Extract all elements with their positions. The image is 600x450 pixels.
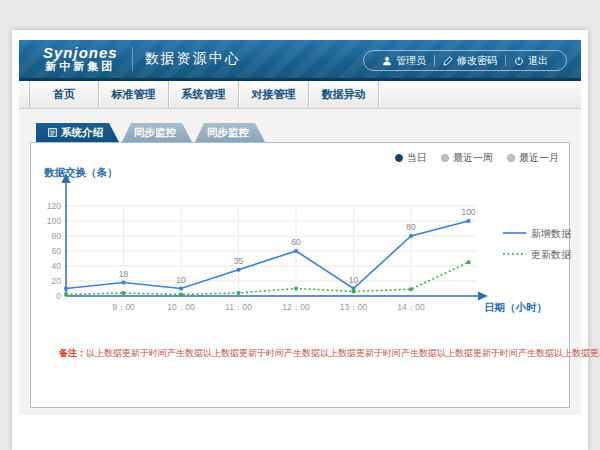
data-point-marker [467, 219, 471, 223]
nav-item-system-management[interactable]: 系统管理 [169, 81, 239, 108]
x-tick-label: 10：00 [167, 302, 195, 312]
data-point-label: 35 [234, 256, 244, 266]
user-icon [382, 56, 392, 66]
logout-label: 退出 [528, 54, 548, 68]
data-point-marker [122, 281, 126, 285]
data-point-marker [467, 260, 471, 264]
logout-button[interactable]: 退出 [506, 54, 556, 68]
tab-bar: 系统介绍 同步监控 同步监控 [36, 123, 265, 142]
x-tick-label: 9：00 [112, 302, 135, 312]
tab-sync-monitor-2[interactable]: 同步监控 [195, 123, 265, 142]
y-tick-label: 0 [56, 291, 61, 301]
data-point-label: 60 [291, 237, 301, 247]
data-point-label: 100 [461, 207, 475, 217]
edit-icon [443, 56, 453, 66]
brand-logo: Synjones 新中新集团 [43, 45, 118, 72]
footnote: 备注：以上数据更新于时间产生数据以上数据更新于时间产生数据以上数据更新于时间产生… [59, 347, 600, 360]
data-point-marker [237, 268, 241, 272]
data-point-marker [294, 287, 298, 291]
data-point-marker [409, 287, 413, 291]
chart-panel: 当日 最近一周 最近一月 9：0010：0011：0012：0013：0014：… [30, 142, 570, 408]
user-toolbar: 管理员 修改密码 退出 [363, 50, 567, 71]
footnote-prefix: 备注： [59, 348, 86, 358]
x-tick-label: 12：00 [282, 302, 310, 312]
document-icon [48, 128, 57, 137]
brand-logo-subtext: 新中新集团 [43, 61, 118, 73]
footnote-text: 以上数据更新于时间产生数据以上数据更新于时间产生数据以上数据更新于时间产生数据以… [86, 348, 600, 358]
header-divider [132, 47, 133, 71]
data-point-marker [237, 291, 241, 295]
x-axis-arrow-icon [478, 292, 488, 301]
tab-system-intro[interactable]: 系统介绍 [36, 123, 119, 142]
user-menu-button[interactable]: 管理员 [374, 54, 434, 68]
user-label: 管理员 [396, 54, 426, 68]
y-tick-label: 120 [47, 201, 61, 211]
data-point-marker [179, 287, 183, 291]
data-point-marker [64, 287, 68, 291]
y-axis-title: 数据交换（条） [43, 166, 118, 179]
brand-logo-text: Synjones [43, 45, 118, 61]
content-area: 系统介绍 同步监控 同步监控 当日 最近一周 [19, 109, 581, 415]
y-tick-label: 60 [52, 246, 62, 256]
x-tick-label: 14：00 [397, 302, 425, 312]
app-header: Synjones 新中新集团 数据资源中心 管理员 [19, 40, 581, 81]
data-point-label: 10 [176, 275, 186, 285]
nav-item-standard-management[interactable]: 标准管理 [99, 81, 169, 108]
data-point-marker [179, 293, 183, 297]
data-point-marker [294, 249, 298, 253]
data-point-marker [409, 234, 413, 238]
tab-sync-monitor-1[interactable]: 同步监控 [122, 123, 192, 142]
tab-label: 系统介绍 [61, 126, 103, 140]
y-tick-label: 100 [47, 216, 61, 226]
data-point-marker [352, 290, 356, 294]
data-point-label: 10 [349, 275, 359, 285]
x-axis-title: 日期（小时） [484, 301, 547, 314]
data-point-marker [122, 291, 126, 295]
tab-label: 同步监控 [207, 126, 249, 140]
main-nav: 首页 标准管理 系统管理 对接管理 数据异动 [19, 81, 581, 109]
y-tick-label: 20 [52, 276, 62, 286]
data-point-label: 18 [119, 269, 129, 279]
y-tick-label: 40 [52, 261, 62, 271]
x-tick-label: 13：00 [340, 302, 368, 312]
nav-item-integration-management[interactable]: 对接管理 [239, 81, 309, 108]
change-password-button[interactable]: 修改密码 [435, 54, 505, 68]
tab-label: 同步监控 [134, 126, 176, 140]
y-tick-label: 80 [52, 231, 62, 241]
nav-item-data-change[interactable]: 数据异动 [309, 81, 379, 108]
legend-label: 更新数据 [531, 249, 572, 260]
nav-item-home[interactable]: 首页 [29, 81, 99, 108]
data-point-marker [64, 293, 68, 297]
power-icon [514, 56, 524, 66]
x-tick-label: 11：00 [225, 302, 252, 312]
app-title: 数据资源中心 [145, 50, 241, 68]
change-password-label: 修改密码 [457, 54, 497, 68]
legend-label: 新增数据 [531, 228, 572, 239]
data-point-label: 80 [406, 222, 416, 232]
app-window: Synjones 新中新集团 数据资源中心 管理员 [12, 30, 588, 450]
line-chart: 9：0010：0011：0012：0013：0014：0002040608010… [31, 161, 569, 321]
